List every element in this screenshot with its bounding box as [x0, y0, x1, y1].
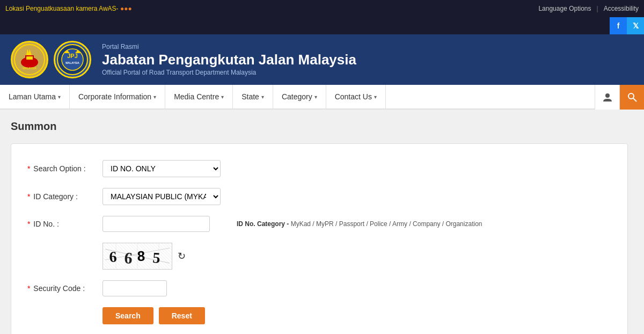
button-row: Search Reset	[103, 307, 611, 324]
id-no-row: * ID No. : ID No. Category - MyKad / MyP…	[27, 216, 611, 232]
top-bar-right: Language Options | Accessibility	[538, 5, 639, 12]
id-no-category-values: MyKad / MyPR / Passport / Police / Army …	[291, 220, 482, 228]
id-category-label: * ID Category :	[27, 192, 97, 201]
chevron-down-icon: ▾	[374, 94, 377, 100]
chevron-down-icon: ▾	[314, 94, 317, 100]
site-header: MALAYSIA JPJ MALAYSIA Portal Rasmi Jabat…	[0, 34, 644, 85]
accessibility-link[interactable]: Accessibility	[604, 5, 639, 12]
portal-subtitle: Official Portal of Road Transport Depart…	[102, 69, 356, 76]
required-marker: *	[27, 192, 30, 201]
svg-rect-5	[26, 56, 28, 60]
social-bar: f 𝕏	[0, 17, 644, 34]
user-icon	[602, 92, 613, 103]
marquee-dots: ●●●	[120, 5, 132, 12]
nav-spacer	[386, 85, 595, 108]
captcha-image: 6 6 8 5	[103, 243, 172, 270]
nav-label-corporate: Corporate Information	[78, 92, 151, 101]
header-text: Portal Rasmi Jabatan Pengangkutan Jalan …	[102, 43, 356, 76]
id-category-label-text: ID Category :	[33, 192, 77, 201]
nav-label-laman-utama: Laman Utama	[9, 92, 56, 101]
twitter-icon[interactable]: 𝕏	[627, 17, 644, 34]
divider: |	[597, 5, 598, 12]
security-code-label-text: Security Code :	[33, 284, 85, 293]
portal-title: Jabatan Pengangkutan Jalan Malaysia	[102, 52, 356, 68]
svg-rect-6	[31, 56, 33, 60]
marquee-text: Lokasi Penguatkuasaan kamera AwAS- ●●●	[5, 5, 132, 12]
top-bar: Lokasi Penguatkuasaan kamera AwAS- ●●● L…	[0, 0, 644, 17]
search-option-label: * Search Option :	[27, 164, 97, 173]
id-category-row: * ID Category : MALAYSIAN PUBLIC (MYKAD)…	[27, 188, 611, 205]
nav-item-media[interactable]: Media Centre ▾	[165, 85, 233, 108]
marquee-content: Lokasi Penguatkuasaan kamera AwAS-	[5, 5, 119, 12]
chevron-down-icon: ▾	[221, 94, 224, 100]
portal-label: Portal Rasmi	[102, 43, 356, 50]
svg-rect-7	[28, 56, 31, 60]
id-no-label-text: ID No. :	[33, 220, 58, 228]
security-code-label: * Security Code :	[27, 284, 97, 293]
svg-point-16	[628, 93, 634, 99]
nav-item-category[interactable]: Category ▾	[273, 85, 326, 108]
search-option-label-text: Search Option :	[33, 164, 85, 173]
id-no-category-note: ID No. Category - MyKad / MyPR / Passpor…	[237, 220, 482, 228]
page-title: Summon	[11, 120, 633, 133]
search-option-select[interactable]: ID NO. ONLY ID NO. + SUMMON NO. SUMMON N…	[103, 160, 221, 177]
id-no-input[interactable]	[103, 216, 210, 232]
search-form-card: * Search Option : ID NO. ONLY ID NO. + S…	[11, 143, 628, 334]
nav-item-contact[interactable]: Contact Us ▾	[326, 85, 386, 108]
svg-point-10	[62, 49, 83, 70]
id-no-category-label: ID No. Category -	[237, 220, 289, 228]
social-icons: f 𝕏	[610, 17, 644, 34]
search-button[interactable]: Search	[103, 307, 153, 324]
search-icon-button[interactable]	[619, 85, 644, 110]
malaysia-coat-of-arms-logo: MALAYSIA	[11, 41, 48, 78]
required-marker: *	[27, 220, 30, 228]
chevron-down-icon: ▾	[153, 94, 156, 100]
chevron-down-icon: ▾	[261, 94, 264, 100]
search-option-row: * Search Option : ID NO. ONLY ID NO. + S…	[27, 160, 611, 177]
language-options-link[interactable]: Language Options	[538, 5, 591, 12]
jpj-logo: JPJ MALAYSIA	[54, 41, 91, 78]
nav-label-category: Category	[282, 92, 312, 101]
chevron-down-icon: ▾	[58, 94, 61, 100]
svg-text:MALAYSIA: MALAYSIA	[23, 67, 36, 70]
user-icon-button[interactable]	[595, 85, 619, 110]
navbar: Laman Utama ▾ Corporate Information ▾ Me…	[0, 85, 644, 110]
required-marker: *	[27, 164, 30, 173]
search-icon	[627, 92, 638, 103]
svg-text:JPJ: JPJ	[67, 53, 78, 59]
id-category-select[interactable]: MALAYSIAN PUBLIC (MYKAD) PASSPORT POLICE…	[103, 188, 221, 205]
header-logos: MALAYSIA JPJ MALAYSIA	[11, 41, 91, 78]
nav-label-media: Media Centre	[174, 92, 219, 101]
nav-item-corporate[interactable]: Corporate Information ▾	[70, 85, 165, 108]
nav-item-state[interactable]: State ▾	[233, 85, 273, 108]
nav-label-contact: Contact Us	[335, 92, 372, 101]
captcha-noise	[103, 243, 172, 269]
security-code-row: * Security Code :	[27, 280, 611, 296]
nav-label-state: State	[241, 92, 259, 101]
required-marker: *	[27, 284, 30, 293]
captcha-row: 6 6 8 5 ↻	[103, 243, 611, 270]
reset-button[interactable]: Reset	[159, 307, 205, 324]
id-no-label: * ID No. :	[27, 220, 97, 228]
captcha-refresh-icon[interactable]: ↻	[178, 250, 186, 262]
nav-item-laman-utama[interactable]: Laman Utama ▾	[0, 85, 70, 108]
svg-text:MALAYSIA: MALAYSIA	[65, 61, 79, 64]
svg-line-17	[633, 98, 636, 101]
page-content: Summon * Search Option : ID NO. ONLY ID …	[0, 110, 644, 334]
svg-point-15	[605, 93, 610, 98]
facebook-icon[interactable]: f	[610, 17, 627, 34]
security-code-input[interactable]	[103, 280, 167, 296]
